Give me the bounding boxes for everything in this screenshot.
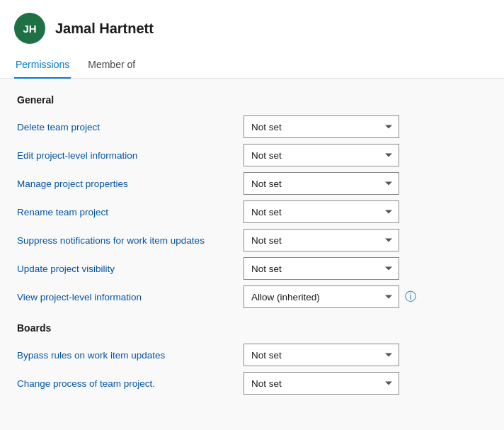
label-rename-team-project: Rename team project: [17, 207, 244, 217]
avatar: JH: [14, 13, 45, 44]
row-rename-team-project: Rename team project Not set Allow Deny A…: [17, 200, 487, 223]
select-container-view-project-level-info: Not set Allow Deny Allow (inherited) Den…: [244, 285, 399, 308]
info-icon-view-project-level-info[interactable]: ⓘ: [405, 290, 416, 305]
content-area: General Delete team project Not set Allo…: [0, 79, 504, 430]
select-container-edit-project-level-info: Not set Allow Deny Allow (inherited) Den…: [244, 144, 399, 166]
label-suppress-notifications: Suppress notifications for work item upd…: [17, 235, 244, 246]
select-change-process[interactable]: Not set Allow Deny Allow (inherited) Den…: [244, 372, 399, 395]
row-delete-team-project: Delete team project Not set Allow Deny A…: [17, 115, 487, 138]
row-bypass-rules: Bypass rules on work item updates Not se…: [17, 344, 487, 366]
select-wrap-view-project-level-info: Not set Allow Deny Allow (inherited) Den…: [244, 285, 487, 308]
label-manage-project-properties: Manage project properties: [17, 179, 244, 189]
tabs-bar: Permissions Member of: [0, 52, 504, 79]
select-wrap-suppress-notifications: Not set Allow Deny Allow (inherited) Den…: [244, 229, 487, 251]
select-container-delete-team-project: Not set Allow Deny Allow (inherited) Den…: [244, 115, 399, 138]
row-edit-project-level-info: Edit project-level information Not set A…: [17, 144, 487, 166]
select-wrap-manage-project-properties: Not set Allow Deny Allow (inherited) Den…: [244, 172, 487, 195]
section-boards: Boards Bypass rules on work item updates…: [17, 322, 487, 395]
row-update-project-visibility: Update project visibility Not set Allow …: [17, 257, 487, 280]
select-view-project-level-info[interactable]: Not set Allow Deny Allow (inherited) Den…: [244, 285, 399, 308]
tab-permissions[interactable]: Permissions: [14, 53, 71, 79]
select-manage-project-properties[interactable]: Not set Allow Deny Allow (inherited) Den…: [244, 172, 399, 195]
select-container-bypass-rules: Not set Allow Deny Allow (inherited) Den…: [244, 344, 399, 366]
select-container-rename-team-project: Not set Allow Deny Allow (inherited) Den…: [244, 200, 399, 223]
label-change-process: Change process of team project.: [17, 378, 244, 389]
select-delete-team-project[interactable]: Not set Allow Deny Allow (inherited) Den…: [244, 115, 399, 138]
select-update-project-visibility[interactable]: Not set Allow Deny Allow (inherited) Den…: [244, 257, 399, 280]
user-name: Jamal Hartnett: [55, 21, 154, 37]
select-edit-project-level-info[interactable]: Not set Allow Deny Allow (inherited) Den…: [244, 144, 399, 166]
select-suppress-notifications[interactable]: Not set Allow Deny Allow (inherited) Den…: [244, 229, 399, 251]
row-change-process: Change process of team project. Not set …: [17, 372, 487, 395]
section-boards-title: Boards: [17, 322, 487, 334]
row-suppress-notifications: Suppress notifications for work item upd…: [17, 229, 487, 251]
select-wrap-change-process: Not set Allow Deny Allow (inherited) Den…: [244, 372, 487, 395]
select-wrap-update-project-visibility: Not set Allow Deny Allow (inherited) Den…: [244, 257, 487, 280]
header: JH Jamal Hartnett: [0, 0, 504, 52]
row-view-project-level-info: View project-level information Not set A…: [17, 285, 487, 308]
label-edit-project-level-info: Edit project-level information: [17, 150, 244, 161]
page: JH Jamal Hartnett Permissions Member of …: [0, 0, 504, 430]
select-container-update-project-visibility: Not set Allow Deny Allow (inherited) Den…: [244, 257, 399, 280]
section-general: General Delete team project Not set Allo…: [17, 94, 487, 308]
tab-member-of[interactable]: Member of: [86, 53, 137, 79]
section-general-title: General: [17, 94, 487, 106]
row-manage-project-properties: Manage project properties Not set Allow …: [17, 172, 487, 195]
select-rename-team-project[interactable]: Not set Allow Deny Allow (inherited) Den…: [244, 200, 399, 223]
label-delete-team-project: Delete team project: [17, 122, 244, 132]
label-bypass-rules: Bypass rules on work item updates: [17, 350, 244, 361]
select-bypass-rules[interactable]: Not set Allow Deny Allow (inherited) Den…: [244, 344, 399, 366]
select-wrap-rename-team-project: Not set Allow Deny Allow (inherited) Den…: [244, 200, 487, 223]
select-wrap-bypass-rules: Not set Allow Deny Allow (inherited) Den…: [244, 344, 487, 366]
label-update-project-visibility: Update project visibility: [17, 264, 244, 274]
select-container-manage-project-properties: Not set Allow Deny Allow (inherited) Den…: [244, 172, 399, 195]
select-container-suppress-notifications: Not set Allow Deny Allow (inherited) Den…: [244, 229, 399, 251]
select-wrap-delete-team-project: Not set Allow Deny Allow (inherited) Den…: [244, 115, 487, 138]
select-wrap-edit-project-level-info: Not set Allow Deny Allow (inherited) Den…: [244, 144, 487, 166]
select-container-change-process: Not set Allow Deny Allow (inherited) Den…: [244, 372, 399, 395]
label-view-project-level-info: View project-level information: [17, 292, 244, 302]
